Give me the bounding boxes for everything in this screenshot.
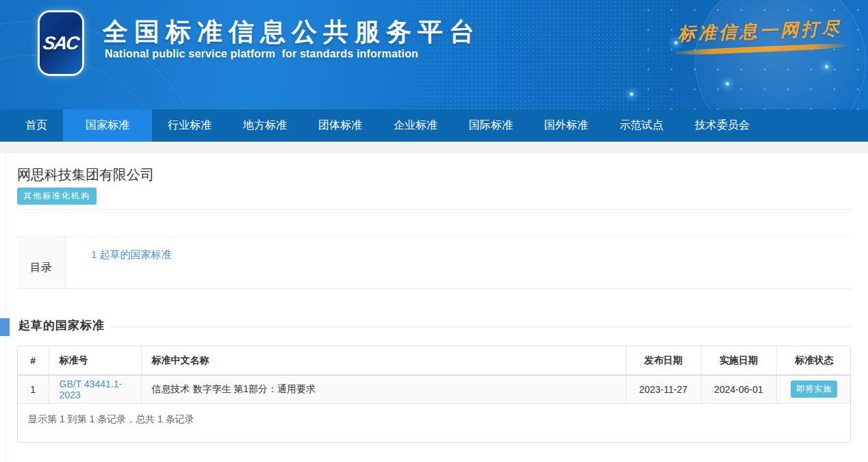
col-header-implement-date: 实施日期 [701,346,776,375]
toc-panel: 目录 1 起草的国家标准 [17,236,851,289]
col-header-chinese-name: 标准中文名称 [141,346,626,375]
nav-item-group-standards[interactable]: 团体标准 [303,110,378,142]
nav-item-international-standards[interactable]: 国际标准 [453,110,528,142]
cell-implement-date: 2024-06-01 [701,375,776,403]
toc-link-drafted-national-standards[interactable]: 1 起草的国家标准 [91,248,172,260]
standard-code-link[interactable]: GB/T 43441.1-2023 [60,378,123,400]
col-header-status: 标准状态 [776,346,851,375]
content-left-border [5,153,6,462]
glow-dot [825,65,828,68]
glow-dot [630,92,633,96]
record-count-summary: 显示第 1 到第 1 条记录，总共 1 条记录 [18,404,850,442]
nav-item-pilot-demos[interactable]: 示范试点 [604,110,679,142]
nav-item-foreign-standards[interactable]: 国外标准 [528,110,604,142]
section-rule-line [110,326,851,327]
nav-item-home[interactable]: 首页 [10,110,63,142]
org-name: 网思科技集团有限公司 [17,166,154,184]
sac-logo-text: SAC [42,33,79,54]
cell-status: 即将实施 [776,375,851,403]
site-subtitle: National public service platform for sta… [105,48,418,60]
org-category-badge: 其他标准化机构 [17,188,97,205]
nav-item-national-standards[interactable]: 国家标准 [63,110,152,142]
standards-table: # 标准号 标准中文名称 发布日期 实施日期 标准状态 1 GB/T 43441… [18,346,851,404]
nav-item-local-standards[interactable]: 地方标准 [227,110,303,142]
standards-table-panel: # 标准号 标准中文名称 发布日期 实施日期 标准状态 1 GB/T 43441… [17,346,851,443]
col-header-publish-date: 发布日期 [626,346,701,375]
cell-chinese-name: 信息技术 数字孪生 第1部分：通用要求 [141,375,626,403]
section-accent-bar [0,318,10,336]
col-header-index: # [18,346,49,375]
nav-item-technical-committees[interactable]: 技术委员会 [679,110,765,142]
table-row: 1 GB/T 43441.1-2023 信息技术 数字孪生 第1部分：通用要求 … [18,375,851,403]
page: SAC 全国标准信息公共服务平台 National public service… [0,0,868,462]
status-badge: 即将实施 [791,381,837,398]
cell-index: 1 [18,375,49,403]
glow-dot [726,82,729,86]
col-header-standard-code: 标准号 [49,346,141,375]
site-header: SAC 全国标准信息公共服务平台 National public service… [0,0,868,110]
nav-item-industry-standards[interactable]: 行业标准 [152,110,227,142]
toc-label: 目录 [17,237,66,288]
sac-logo[interactable]: SAC [40,12,82,74]
cell-publish-date: 2023-11-27 [626,375,701,403]
cell-standard-code: GB/T 43441.1-2023 [49,375,141,403]
nav-item-enterprise-standards[interactable]: 企业标准 [378,110,453,142]
table-header-row: # 标准号 标准中文名称 发布日期 实施日期 标准状态 [18,346,851,375]
glow-dot [674,41,678,44]
section-title: 起草的国家标准 [18,318,105,333]
toc-body: 1 起草的国家标准 [66,237,851,288]
site-title: 全国标准信息公共服务平台 [103,15,481,49]
nav-bottom-band [0,142,868,153]
divider [17,209,851,209]
main-nav: 首页 国家标准 行业标准 地方标准 团体标准 企业标准 国际标准 国外标准 示范… [0,110,868,142]
